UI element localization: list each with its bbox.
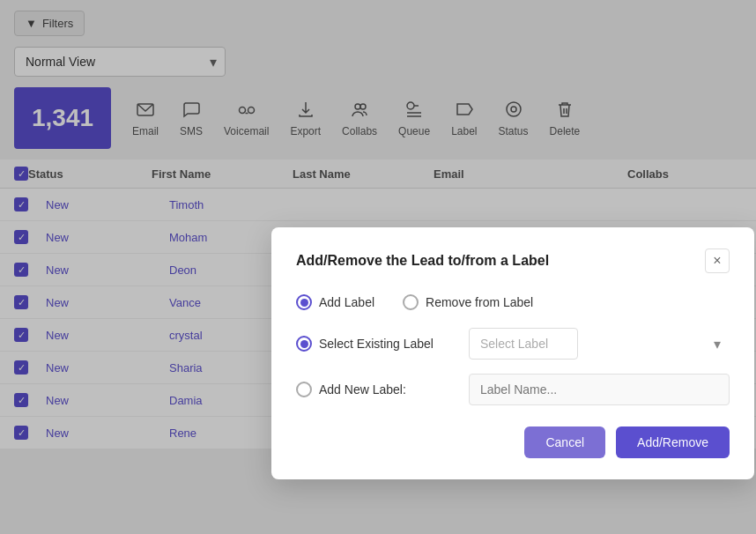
field-label-col-existing: Select Existing Label	[296, 336, 455, 352]
modal-header: Add/Remove the Lead to/from a Label ×	[296, 248, 730, 273]
radio-remove-label-text: Remove from Label	[426, 295, 533, 309]
field-label-col-new: Add New Label:	[296, 382, 455, 397]
radio-remove-label-circle	[403, 294, 419, 310]
radio-add-label-circle	[296, 294, 312, 310]
modal-title: Add/Remove the Lead to/from a Label	[296, 253, 549, 269]
radio-add-label[interactable]: Add Label	[296, 294, 374, 310]
modal-field-row-existing: Select Existing Label Select Label	[296, 328, 730, 360]
add-remove-button[interactable]: Add/Remove	[616, 426, 730, 458]
label-name-input[interactable]	[469, 374, 730, 405]
modal-footer: Cancel Add/Remove	[296, 426, 730, 458]
radio-new-label: Add New Label:	[319, 382, 406, 397]
main-container: ▼ Filters Normal View Compact View Detai…	[0, 0, 756, 534]
modal-field-row-new: Add New Label:	[296, 374, 730, 405]
select-label-dropdown[interactable]: Select Label	[469, 328, 578, 360]
radio-add-label-text: Add Label	[319, 295, 374, 309]
radio-existing-label: Select Existing Label	[319, 337, 434, 351]
radio-remove-label[interactable]: Remove from Label	[403, 294, 533, 310]
radio-existing-circle[interactable]	[296, 336, 312, 352]
modal-close-button[interactable]: ×	[705, 248, 730, 273]
modal: Add/Remove the Lead to/from a Label × Ad…	[271, 227, 754, 479]
cancel-button[interactable]: Cancel	[524, 426, 605, 458]
modal-radio-row: Add Label Remove from Label	[296, 294, 730, 310]
select-label-wrapper: Select Label	[469, 328, 730, 360]
radio-new-circle[interactable]	[296, 382, 312, 397]
